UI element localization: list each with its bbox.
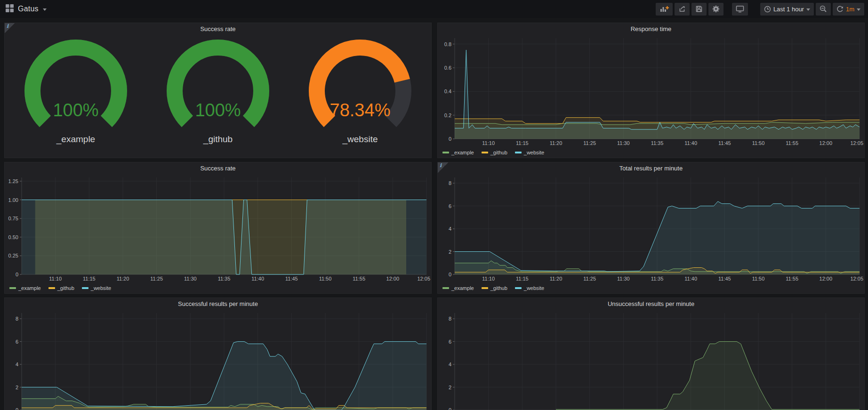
legend-label: _example bbox=[451, 285, 474, 291]
chart-canvas-response-time[interactable]: 11:1011:1511:2011:2511:3011:3511:4011:45… bbox=[438, 34, 864, 147]
svg-text:11:35: 11:35 bbox=[651, 140, 664, 146]
add-panel-button[interactable] bbox=[656, 3, 673, 16]
legend-item[interactable]: _example bbox=[442, 150, 474, 155]
svg-text:8: 8 bbox=[449, 316, 451, 322]
legend-label: _website bbox=[91, 285, 111, 291]
svg-text:1.00: 1.00 bbox=[8, 197, 18, 203]
gauge-arc bbox=[16, 38, 135, 135]
gauge-example: 100% _example bbox=[5, 38, 146, 145]
svg-text:1.25: 1.25 bbox=[8, 178, 18, 184]
chart-canvas-successful-results[interactable]: 11:1011:1511:2011:2511:3011:3511:4011:45… bbox=[5, 309, 431, 410]
legend-swatch bbox=[48, 287, 55, 289]
add-panel-icon bbox=[659, 5, 669, 13]
svg-text:11:25: 11:25 bbox=[150, 276, 163, 281]
save-button[interactable] bbox=[691, 3, 707, 16]
panel-title[interactable]: Total results per minute bbox=[438, 162, 864, 174]
svg-text:11:35: 11:35 bbox=[651, 276, 664, 281]
panel-title[interactable]: Successful results per minute bbox=[5, 298, 431, 309]
legend-item[interactable]: _example bbox=[442, 285, 474, 291]
legend-item[interactable]: _github bbox=[48, 285, 74, 291]
legend-item[interactable]: _example bbox=[9, 285, 41, 291]
svg-text:11:45: 11:45 bbox=[718, 276, 731, 281]
svg-text:11:40: 11:40 bbox=[684, 140, 697, 146]
panel-info-icon[interactable]: i bbox=[438, 162, 448, 173]
svg-text:11:50: 11:50 bbox=[752, 276, 765, 281]
legend-swatch bbox=[442, 152, 449, 153]
legend-swatch bbox=[442, 287, 449, 289]
svg-text:11:10: 11:10 bbox=[482, 140, 495, 146]
chart-canvas-success-rate[interactable]: 11:1011:1511:2011:2511:3011:3511:4011:45… bbox=[5, 174, 431, 283]
svg-text:11:10: 11:10 bbox=[482, 276, 495, 281]
gauge-value: 100% bbox=[147, 100, 289, 121]
legend-item[interactable]: _github bbox=[482, 285, 507, 291]
svg-text:0.25: 0.25 bbox=[8, 253, 18, 258]
chart-legend: _example_github_website bbox=[5, 283, 431, 293]
legend-item[interactable]: _github bbox=[482, 150, 507, 155]
legend-item[interactable]: _website bbox=[515, 285, 544, 291]
svg-text:0.2: 0.2 bbox=[444, 113, 451, 118]
gauge-value: 100% bbox=[5, 100, 146, 121]
dashboard-caret-down-icon[interactable] bbox=[43, 8, 47, 11]
chart-legend: _example_github_website bbox=[438, 147, 864, 158]
kiosk-tv-button[interactable] bbox=[732, 3, 748, 16]
legend-label: _github bbox=[490, 150, 507, 155]
chart-canvas-unsuccessful-results[interactable]: 11:1011:1511:2011:2511:3011:3511:4011:45… bbox=[438, 309, 864, 410]
svg-text:4: 4 bbox=[16, 362, 18, 367]
settings-button[interactable] bbox=[708, 3, 723, 16]
legend-swatch bbox=[9, 287, 16, 289]
legend-label: _website bbox=[524, 150, 544, 155]
gauge-arc bbox=[159, 38, 277, 135]
settings-gear-icon bbox=[712, 5, 720, 13]
svg-text:11:15: 11:15 bbox=[83, 276, 96, 281]
share-button[interactable] bbox=[675, 3, 690, 16]
svg-text:11:10: 11:10 bbox=[49, 276, 62, 281]
dashboard-grid-icon[interactable] bbox=[6, 4, 14, 14]
svg-text:0: 0 bbox=[449, 407, 451, 410]
panel-title[interactable]: Response time bbox=[438, 23, 864, 34]
svg-text:0.6: 0.6 bbox=[444, 65, 451, 71]
legend-label: _example bbox=[451, 150, 474, 155]
panel-unsuccessful-results: Unsuccessful results per minute 11:1011:… bbox=[437, 297, 865, 410]
time-range-picker[interactable]: Last 1 hour bbox=[760, 3, 814, 16]
svg-text:11:45: 11:45 bbox=[285, 276, 298, 281]
svg-text:11:30: 11:30 bbox=[617, 140, 630, 146]
chart-canvas-total-results[interactable]: 11:1011:1511:2011:2511:3011:3511:4011:45… bbox=[438, 174, 864, 283]
svg-text:12:00: 12:00 bbox=[820, 140, 833, 146]
svg-text:2: 2 bbox=[449, 385, 451, 390]
legend-label: _example bbox=[18, 285, 41, 291]
zoom-out-icon bbox=[820, 5, 827, 13]
gauge-label: _example bbox=[5, 134, 146, 145]
legend-item[interactable]: _website bbox=[515, 150, 544, 155]
svg-text:12:05: 12:05 bbox=[850, 140, 863, 146]
gauge-label: _github bbox=[147, 134, 289, 145]
svg-text:11:55: 11:55 bbox=[786, 140, 798, 146]
legend-label: _website bbox=[524, 285, 544, 291]
svg-text:11:15: 11:15 bbox=[516, 276, 529, 281]
refresh-button[interactable]: 1m bbox=[833, 3, 864, 16]
panel-title[interactable]: Unsuccessful results per minute bbox=[438, 298, 864, 309]
svg-text:0.4: 0.4 bbox=[444, 88, 451, 94]
panel-info-icon[interactable]: i bbox=[5, 23, 15, 33]
svg-text:12:00: 12:00 bbox=[386, 276, 400, 281]
svg-text:12:05: 12:05 bbox=[417, 276, 430, 281]
refresh-icon bbox=[836, 6, 844, 13]
svg-text:8: 8 bbox=[449, 180, 451, 186]
dashboard-title[interactable]: Gatus bbox=[18, 5, 39, 13]
panel-title[interactable]: Success rate bbox=[5, 162, 431, 174]
panel-total-results: i Total results per minute 11:1011:1511:… bbox=[437, 162, 865, 294]
legend-item[interactable]: _website bbox=[82, 285, 111, 291]
svg-text:11:20: 11:20 bbox=[117, 276, 129, 281]
svg-text:11:50: 11:50 bbox=[752, 140, 765, 146]
svg-text:11:30: 11:30 bbox=[184, 276, 197, 281]
svg-text:0: 0 bbox=[16, 407, 18, 410]
svg-text:11:30: 11:30 bbox=[617, 276, 630, 281]
top-navbar: Gatus bbox=[0, 0, 868, 18]
zoom-out-button[interactable] bbox=[816, 3, 831, 16]
panel-title[interactable]: Success rate bbox=[5, 23, 431, 34]
svg-text:11:15: 11:15 bbox=[516, 140, 529, 146]
svg-text:11:50: 11:50 bbox=[319, 276, 332, 281]
svg-text:11:20: 11:20 bbox=[550, 276, 563, 281]
gauge-website: 78.34% _website bbox=[289, 38, 431, 145]
legend-swatch bbox=[482, 152, 488, 153]
time-range-label: Last 1 hour bbox=[773, 6, 804, 13]
